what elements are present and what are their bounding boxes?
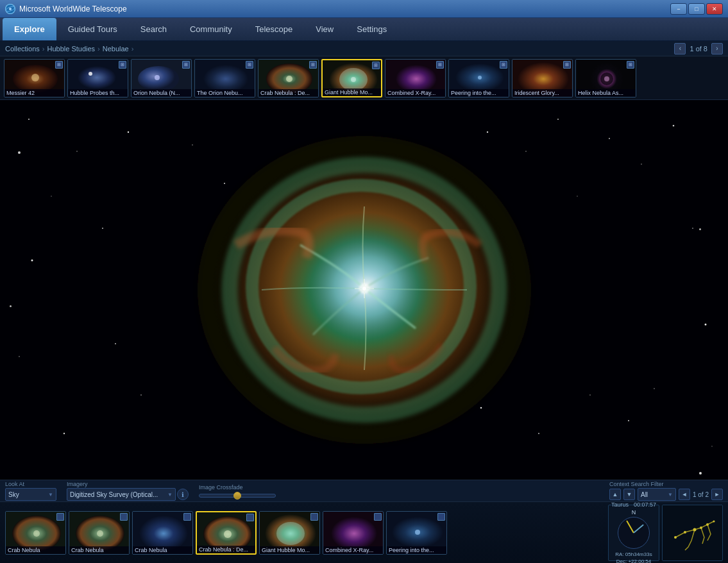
- thumb-giant-label: Giant Hubble Mo...: [323, 88, 381, 96]
- bt-combined-label: Combined X-Ray...: [323, 546, 383, 554]
- breadcrumb-hubble-studies[interactable]: Hubble Studies: [47, 45, 95, 53]
- thumb-iridescent[interactable]: ⊞ Iridescent Glory...: [512, 59, 573, 97]
- thumb-peering[interactable]: ⊞ Peering into the...: [448, 59, 509, 97]
- thumb-giant-hubble[interactable]: ⊞ Giant Hubble Mo...: [321, 59, 382, 97]
- bottom-thumb-peering[interactable]: Peering into the...: [386, 511, 447, 555]
- svg-point-44: [63, 433, 65, 434]
- window-controls: − □ ✕: [670, 3, 723, 15]
- menu-item-search[interactable]: Search: [129, 18, 178, 40]
- svg-point-84: [276, 522, 305, 545]
- thumb-helix[interactable]: ⊞ Helix Nebula As...: [575, 59, 636, 97]
- svg-point-51: [628, 420, 629, 421]
- breadcrumb-prev-button[interactable]: ‹: [674, 43, 686, 55]
- context-up-button[interactable]: ▲: [609, 489, 621, 500]
- minimize-button[interactable]: −: [670, 3, 687, 15]
- compass-panel: Taurus 00:07:57 N RA: 05h34m33sDec: +22:…: [608, 505, 659, 561]
- svg-point-86: [331, 517, 377, 550]
- thumb-combined-label: Combined X-Ray...: [385, 89, 445, 97]
- imagery-label: Imagery: [67, 481, 189, 487]
- svg-point-45: [673, 125, 675, 127]
- svg-point-40: [31, 260, 33, 262]
- thumb-orion-n[interactable]: ⊞ Orion Nebula (N...: [131, 59, 192, 97]
- thumb-corner-icon: ⊞: [436, 61, 444, 69]
- thumb-orion-t[interactable]: ⊞ The Orion Nebu...: [194, 59, 255, 97]
- svg-point-95: [706, 523, 709, 526]
- look-at-dropdown[interactable]: Sky ▼: [5, 488, 56, 501]
- imagery-control: Imagery Digitized Sky Survey (Optical...…: [67, 481, 189, 501]
- imagery-info-button[interactable]: ℹ: [177, 489, 189, 500]
- crossfade-label: Image Crossfade: [199, 484, 276, 491]
- svg-point-43: [140, 394, 142, 396]
- menu-item-guided-tours[interactable]: Guided Tours: [56, 18, 129, 40]
- svg-point-16: [286, 76, 292, 82]
- main-view-area[interactable]: [0, 100, 728, 480]
- breadcrumb-bar: Collections › Hubble Studies › Nebulae ›…: [0, 41, 728, 56]
- svg-point-25: [478, 76, 482, 80]
- context-next-button[interactable]: ►: [711, 489, 723, 500]
- thumb-crab-de[interactable]: ⊞ Crab Nebula : De...: [258, 59, 319, 97]
- breadcrumb-next-button[interactable]: ›: [711, 43, 723, 55]
- title-bar: Microsoft WorldWide Telescope − □ ✕: [0, 0, 728, 18]
- svg-point-7: [78, 66, 116, 89]
- bt-corner-icon: [437, 513, 445, 521]
- svg-point-46: [641, 164, 642, 165]
- crossfade-control: Image Crossfade: [199, 484, 276, 498]
- menu-item-explore[interactable]: Explore: [3, 18, 56, 40]
- thumb-corner-icon: ⊞: [55, 61, 63, 69]
- svg-point-11: [155, 75, 160, 80]
- thumb-corner-icon: ⊞: [246, 61, 253, 69]
- bt-crab2-label: Crab Nebula: [69, 546, 129, 554]
- svg-point-94: [700, 526, 702, 529]
- svg-point-56: [577, 196, 577, 196]
- menu-item-community[interactable]: Community: [178, 18, 244, 40]
- svg-point-93: [693, 528, 697, 531]
- thumb-messier42[interactable]: ⊞ Messier 42: [4, 59, 65, 97]
- svg-point-47: [609, 138, 610, 139]
- context-dropdown[interactable]: All ▼: [638, 488, 676, 501]
- thumb-helix-label: Helix Nebula As...: [576, 89, 636, 97]
- breadcrumb-nebulae[interactable]: Nebulae: [103, 45, 129, 53]
- star: [18, 151, 21, 154]
- svg-point-66: [362, 287, 366, 290]
- thumb-peering-label: Peering into the...: [449, 89, 509, 97]
- maximize-button[interactable]: □: [688, 3, 705, 15]
- breadcrumb-collections[interactable]: Collections: [5, 45, 40, 53]
- look-at-control: Look At Sky ▼: [5, 481, 56, 501]
- crossfade-slider[interactable]: [199, 494, 276, 498]
- window-title: Microsoft WorldWide Telescope: [19, 4, 670, 13]
- context-controls-row: ▲ ▼ All ▼ ◄ 1 of 2 ►: [609, 488, 723, 501]
- crossfade-thumb[interactable]: [233, 492, 241, 500]
- context-prev-button[interactable]: ◄: [679, 489, 690, 500]
- svg-point-48: [692, 228, 693, 229]
- app-icon: [5, 4, 15, 14]
- menu-item-settings[interactable]: Settings: [345, 18, 398, 40]
- thumb-combined-xray[interactable]: ⊞ Combined X-Ray...: [385, 59, 446, 97]
- imagery-value: Digitized Sky Survey (Optical...: [70, 491, 158, 498]
- svg-point-37: [102, 228, 103, 229]
- compass-line2: [633, 524, 644, 533]
- imagery-dropdown[interactable]: Digitized Sky Survey (Optical... ▼: [67, 488, 176, 501]
- close-button[interactable]: ✕: [706, 3, 723, 15]
- bt-crab1-label: Crab Nebula: [6, 546, 65, 554]
- thumb-hubble-probes[interactable]: ⊞ Hubble Probes th...: [67, 59, 128, 97]
- svg-point-5: [31, 74, 39, 81]
- svg-rect-90: [663, 505, 723, 561]
- svg-point-33: [28, 119, 30, 120]
- bottom-thumb-crab3[interactable]: Crab Nebula: [132, 511, 193, 555]
- context-down-button[interactable]: ▼: [623, 489, 635, 500]
- bottom-thumb-crab-de[interactable]: Crab Nebula : De...: [196, 511, 257, 555]
- menu-item-telescope[interactable]: Telescope: [244, 18, 305, 40]
- bottom-strip: Crab Nebula Crab Nebula C: [0, 502, 728, 563]
- bottom-thumb-crab2[interactable]: Crab Nebula: [69, 511, 130, 555]
- look-at-value: Sky: [8, 491, 19, 498]
- bottom-thumb-combined[interactable]: Combined X-Ray...: [323, 511, 384, 555]
- menu-item-view[interactable]: View: [304, 18, 345, 40]
- bottom-thumb-giant[interactable]: Giant Hubble Mo...: [259, 511, 320, 555]
- context-value: All: [641, 491, 648, 498]
- svg-point-41: [19, 356, 20, 357]
- north-indicator: N: [632, 509, 636, 516]
- bottom-thumb-crab1[interactable]: Crab Nebula: [5, 511, 66, 555]
- thumb-corner-icon: ⊞: [119, 61, 126, 69]
- ra-coords: RA: 05h34m33sDec: +22:00:54: [615, 551, 652, 563]
- bottom-panel: Look At Sky ▼ Imagery Digitized Sky Surv…: [0, 480, 728, 563]
